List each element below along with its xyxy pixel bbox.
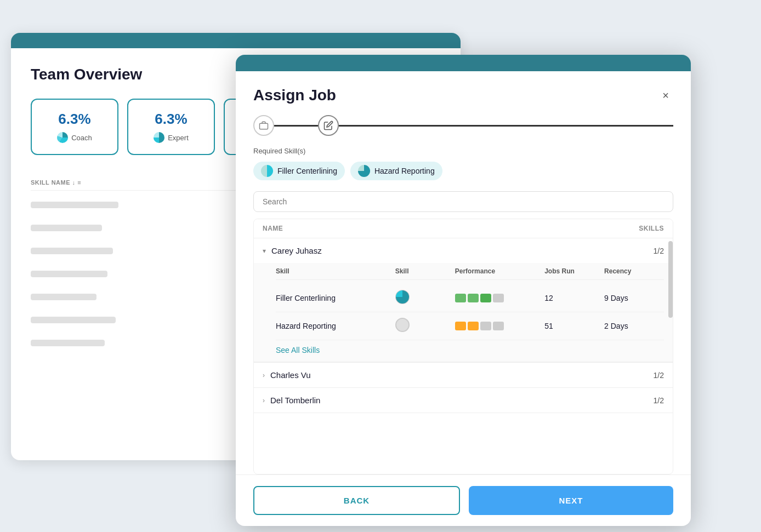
skill-chips-container: Filler Centerlining Hazard Reporting — [236, 162, 691, 191]
sub-col-recency: Recency — [604, 267, 664, 275]
metric-card-coach: 6.3% Coach — [31, 99, 118, 155]
scrollbar-thumb[interactable] — [668, 241, 673, 318]
next-button[interactable]: NEXT — [469, 486, 673, 515]
svg-point-9 — [396, 318, 409, 331]
skill-chip-filler[interactable]: Filler Centerlining — [253, 162, 345, 180]
person-name-del: Del Tomberlin — [270, 396, 320, 405]
metric-card-expert: 6.3% Expert — [127, 99, 215, 155]
person-name-charles: Charles Vu — [270, 370, 311, 380]
skill-skeleton — [31, 225, 102, 231]
perf-bar — [468, 294, 479, 302]
perf-bar — [493, 294, 504, 302]
col-skills-header: SKILLS — [639, 225, 664, 232]
chip-pie-filler-icon — [261, 165, 273, 177]
perf-bar — [493, 322, 504, 330]
person-row-del: › Del Tomberlin 1/2 — [254, 388, 673, 413]
skill-detail-hazard: Hazard Reporting 51 — [276, 312, 664, 340]
metric-value-coach: 6.3% — [45, 111, 104, 128]
skills-fraction-carey: 1/2 — [654, 247, 664, 255]
recency-filler: 9 Days — [604, 294, 664, 302]
svg-rect-7 — [260, 123, 268, 129]
chevron-right-icon: › — [263, 397, 265, 404]
metric-label-expert: Expert — [168, 134, 189, 142]
step-line-2 — [339, 125, 673, 127]
skills-sub-header: Skill Skill Performance Jobs Run Recency — [276, 263, 664, 280]
chip-label-filler: Filler Centerlining — [277, 167, 337, 175]
sub-col-skill-name: Skill — [276, 267, 395, 275]
skill-skeleton — [31, 294, 96, 300]
required-skills-label: Required Skill(s) — [236, 147, 691, 162]
modal-header-bar — [236, 55, 691, 71]
perf-bar — [468, 322, 479, 330]
perf-bar — [480, 294, 491, 302]
skill-name-hazard: Hazard Reporting — [276, 322, 395, 330]
recency-hazard: 2 Days — [604, 322, 664, 330]
jobs-run-filler: 12 — [544, 294, 604, 302]
skill-detail-filler: Filler Centerlining — [276, 284, 664, 312]
skill-name-filler: Filler Centerlining — [276, 294, 395, 302]
modal-title: Assign Job — [253, 87, 336, 104]
skill-skeleton — [31, 248, 113, 254]
perf-bar — [480, 322, 491, 330]
see-all-skills-link[interactable]: See All Skills — [276, 346, 320, 354]
metric-value-expert: 6.3% — [141, 111, 201, 128]
perf-bars-filler — [455, 294, 544, 302]
stepper — [236, 115, 691, 147]
person-row-carey-header[interactable]: ▾ Carey Juhasz 1/2 — [254, 238, 673, 263]
person-row-del-header[interactable]: › Del Tomberlin 1/2 — [254, 388, 673, 413]
perf-bar — [455, 322, 466, 330]
sub-col-skill-level: Skill — [395, 267, 455, 275]
sub-col-performance: Performance — [455, 267, 544, 275]
skill-level-filler — [395, 290, 455, 306]
jobs-run-hazard: 51 — [544, 322, 604, 330]
pie-icon-expert — [154, 132, 164, 143]
card-header-bar — [11, 33, 461, 48]
col-name-header: NAME — [263, 225, 283, 232]
skills-fraction-del: 1/2 — [654, 396, 664, 405]
step-2-icon — [318, 115, 339, 136]
chip-label-hazard: Hazard Reporting — [374, 167, 435, 175]
skill-chip-hazard[interactable]: Hazard Reporting — [350, 162, 442, 180]
expanded-skills-carey: Skill Skill Performance Jobs Run Recency… — [254, 263, 673, 362]
metric-label-coach: Coach — [71, 134, 92, 142]
sub-col-jobs-run: Jobs Run — [544, 267, 604, 275]
skill-skeleton — [31, 340, 105, 346]
skill-col-label: SKILL NAME ↓ ≡ — [31, 179, 81, 186]
step-1-icon — [253, 115, 274, 136]
skill-skeleton — [31, 317, 116, 323]
skill-skeleton — [31, 271, 107, 277]
modal-footer: BACK NEXT — [236, 474, 691, 526]
search-input[interactable] — [253, 191, 673, 212]
person-row-carey: ▾ Carey Juhasz 1/2 Skill Skill Performan… — [254, 238, 673, 363]
person-name-carey: Carey Juhasz — [271, 246, 322, 255]
close-button[interactable]: × — [658, 88, 673, 103]
table-header: NAME SKILLS — [254, 219, 673, 238]
skill-level-hazard — [395, 318, 455, 334]
skills-fraction-charles: 1/2 — [654, 371, 664, 380]
chevron-right-icon: › — [263, 371, 265, 379]
skill-skeleton — [31, 202, 118, 208]
assign-job-modal: Assign Job × Required Skill(s) Filler Ce… — [236, 55, 691, 526]
chevron-down-icon: ▾ — [263, 247, 266, 255]
back-button[interactable]: BACK — [253, 486, 460, 515]
person-row-charles: › Charles Vu 1/2 — [254, 363, 673, 388]
perf-bar — [455, 294, 466, 302]
step-line-1 — [274, 125, 318, 127]
chip-pie-hazard-icon — [358, 165, 370, 177]
perf-bars-hazard — [455, 322, 544, 330]
person-row-charles-header[interactable]: › Charles Vu 1/2 — [254, 363, 673, 387]
workers-table: NAME SKILLS ▾ Carey Juhasz 1/2 Skill Ski… — [253, 219, 673, 474]
pie-icon-coach — [57, 132, 68, 143]
